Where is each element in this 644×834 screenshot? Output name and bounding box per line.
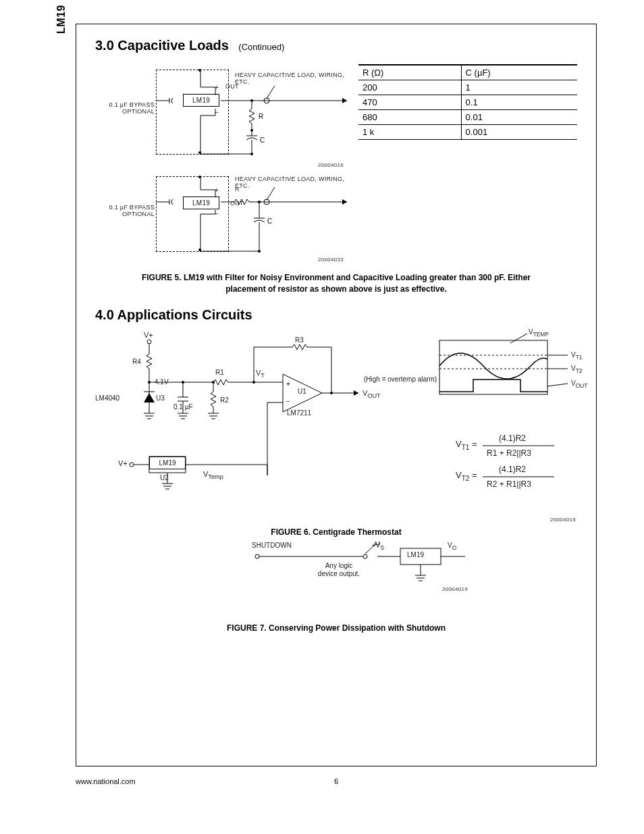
svg-point-104: [363, 554, 367, 558]
svg-point-102: [255, 554, 259, 558]
content-frame: 3.0 Capacitive Loads (Continued) LM19 + …: [76, 24, 597, 766]
eq1-den: R1 + R2||R3: [487, 448, 531, 458]
anylogic-l2: device output.: [308, 570, 369, 578]
page: { "side_header": "LM19", "section3": { "…: [0, 0, 644, 834]
figure6-id: 20004018: [550, 517, 577, 523]
svg-rect-93: [439, 340, 547, 394]
product-id-side-label: LM19: [55, 5, 68, 34]
svg-point-40: [258, 250, 261, 253]
footer-page: 6: [76, 777, 597, 785]
wave-vt1-sub: T1: [576, 354, 583, 361]
figure7-caption: FIGURE 7. Conserving Power Dissipation w…: [136, 623, 537, 634]
vo-sub: O: [452, 544, 456, 551]
figure5-schematic-a: LM19 + − OUT HEAVY CAPACITIVE LOAD, WIRI…: [102, 61, 345, 168]
wiring-svg-b: C: [155, 175, 352, 259]
r4-label: R4: [132, 358, 141, 365]
eq1-num: (4.1)R2: [499, 434, 526, 443]
wave-vt2: V: [571, 365, 576, 372]
figure6-schematic: + −: [95, 327, 577, 523]
eq2-num: (4.1)R2: [499, 465, 526, 474]
svg-point-82: [330, 392, 333, 394]
svg-point-85: [130, 463, 134, 467]
svg-line-99: [547, 384, 568, 386]
figure6-caption: FIGURE 6. Centigrade Thermostat: [136, 527, 537, 538]
lm19-block-fig6: LM19: [149, 457, 186, 469]
shutdown-label: SHUTDOWN: [252, 542, 292, 549]
svg-marker-48: [144, 393, 155, 402]
eq2-den: R2 + R1||R3: [487, 479, 531, 489]
svg-point-43: [147, 340, 151, 344]
svg-marker-81: [354, 390, 358, 396]
u3-label: U3: [156, 394, 165, 402]
plusvs-sub: S: [381, 544, 385, 551]
svg-text:R: R: [259, 113, 264, 120]
rc-r-0: 200: [358, 80, 461, 95]
svg-point-70: [212, 381, 215, 384]
rc-r-1: 470: [358, 95, 461, 110]
vout-sub: OUT: [367, 392, 380, 399]
svg-text:+: +: [286, 380, 290, 388]
figure-id-b: 20004033: [318, 257, 345, 263]
section-3-heading: 3.0 Capacitive Loads: [95, 38, 229, 53]
figure-id-a: 20004016: [318, 162, 345, 168]
rc-c-2: 0.01: [461, 110, 577, 125]
rc-r-2: 680: [358, 110, 461, 125]
eq1-lhs-b: T1: [462, 443, 470, 450]
wave-vout: V: [571, 380, 576, 387]
r3-label: R3: [295, 336, 304, 344]
rc-header-c: C (µF): [461, 65, 577, 80]
wave-vtemp-sub: TEMP: [533, 331, 549, 338]
svg-text:−: −: [286, 398, 290, 405]
wave-vt2-sub: T2: [576, 367, 583, 374]
r2-label: R2: [220, 396, 229, 404]
svg-point-20: [250, 153, 253, 155]
rc-r-3: 1 k: [358, 125, 461, 140]
section-4-heading: 4.0 Applications Circuits: [95, 307, 577, 323]
wave-vtemp: V: [529, 328, 533, 336]
r1-label: R1: [215, 369, 224, 376]
wave-vout-sub: OUT: [576, 382, 588, 389]
wiring-svg-a: R C: [155, 68, 352, 163]
lm7211-label: LM7211: [287, 409, 311, 417]
figure5-caption: FIGURE 5. LM19 with Filter for Noisy Env…: [136, 272, 537, 295]
rc-header-r: R (Ω): [358, 65, 461, 80]
plusvs: +V: [372, 542, 381, 549]
svg-marker-7: [342, 98, 347, 103]
rc-table: R (Ω) C (µF) 200 1 470 0.1 680 0.01 1 k …: [358, 64, 577, 140]
vo-label: V: [448, 542, 452, 549]
lm4040-label: LM4040: [95, 394, 119, 402]
rc-c-0: 1: [461, 80, 577, 95]
lm19-chip-fig7: LM19: [407, 551, 424, 558]
svg-text:C: C: [267, 217, 273, 225]
u1-label: U1: [298, 388, 306, 395]
u2-label: U2: [160, 474, 169, 481]
continued-label: (Continued): [238, 42, 284, 52]
vplus-label: V+: [144, 331, 153, 339]
section-3-heading-row: 3.0 Capacitive Loads (Continued): [95, 38, 577, 53]
eq1-lhs-a: V: [456, 439, 462, 449]
figure5-schematic-b: LM19 + − OUT HEAVY CAPACITIVE LOAD, WIRI…: [102, 171, 345, 263]
eq2-lhs-b: T2: [462, 474, 470, 481]
figure7-id: 20004019: [442, 586, 469, 592]
svg-text:C: C: [260, 136, 265, 144]
page-footer: www.national.com 6: [76, 777, 597, 785]
cap-label: 0.1 µF: [173, 403, 193, 411]
wave-vt1: V: [571, 351, 576, 359]
svg-marker-31: [342, 199, 347, 205]
vt-sub: T: [261, 372, 265, 379]
rc-c-3: 0.001: [461, 125, 577, 140]
anylogic-l1: Any logic: [308, 562, 369, 570]
eq2-lhs-a: V: [456, 470, 462, 480]
alarm-label: (High = overtemp alarm): [364, 375, 437, 383]
bypass-line2-a: OPTIONAL: [103, 109, 155, 115]
rc-c-1: 0.1: [461, 95, 577, 110]
vref-label: 4.1V: [155, 378, 169, 386]
figure7-schematic: SHUTDOWN Any logic device output. +VS LM…: [95, 542, 577, 623]
vtemp-sub: Temp: [208, 473, 223, 480]
bypass-line2-b: OPTIONAL: [103, 211, 155, 218]
